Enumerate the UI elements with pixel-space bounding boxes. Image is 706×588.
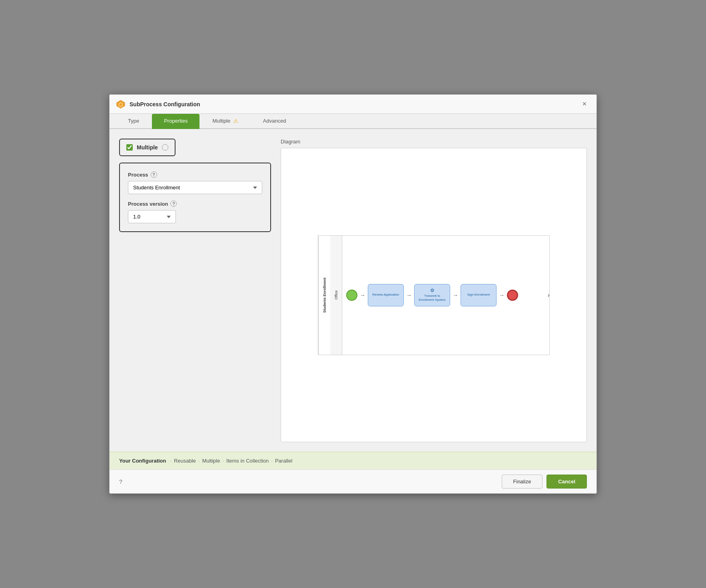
transmit-icon: ⚙ [430, 288, 435, 294]
version-field-group: Process version ? 1.0 2.0 [128, 201, 262, 223]
config-bar: Your Configuration · Reusable · Multiple… [110, 452, 596, 469]
process-select[interactable]: Students Enrollment Option 2 [128, 181, 262, 194]
config-item-multiple: Multiple [202, 458, 220, 464]
multiple-section: Multiple [119, 139, 176, 156]
process-flow: → Review Application → ⚙ [346, 284, 545, 306]
swim-lane-office: Office [330, 236, 342, 355]
close-button[interactable]: × [579, 99, 590, 110]
arrow-2: → [406, 292, 412, 298]
dialog-title: SubProcess Configuration [130, 101, 200, 107]
tab-advanced[interactable]: Advanced [251, 114, 298, 129]
title-bar: SubProcess Configuration × [110, 95, 596, 114]
multiple-help-icon[interactable] [162, 144, 168, 151]
end-event [507, 290, 518, 301]
tab-type[interactable]: Type [116, 114, 151, 129]
office-label: Office [334, 290, 338, 300]
diagram-right-arrow: › [548, 292, 550, 299]
diagram-inner: Students Enrollment Office [318, 235, 550, 355]
diagram-label: Diagram [281, 139, 587, 145]
main-content: Multiple Process ? Students Enrollment O… [110, 129, 596, 452]
sep-3: · [271, 458, 273, 464]
diagram-container: Students Enrollment Office [281, 148, 587, 442]
sep-1: · [198, 458, 200, 464]
arrow-3: → [453, 292, 458, 298]
config-item-reusable: Reusable [174, 458, 196, 464]
title-bar-left: SubProcess Configuration [116, 99, 200, 109]
task-sign-label: Sign Enrollment [467, 293, 490, 297]
version-help-icon[interactable]: ? [170, 201, 177, 207]
config-item-collection: Items in Collection [226, 458, 269, 464]
left-panel: Multiple Process ? Students Enrollment O… [119, 139, 271, 442]
process-help-icon[interactable]: ? [151, 171, 157, 178]
config-label: Your Configuration [119, 458, 166, 464]
start-event [346, 290, 357, 301]
process-section: Process ? Students Enrollment Option 2 P… [119, 163, 271, 232]
help-button[interactable]: ? [119, 479, 122, 485]
version-select[interactable]: 1.0 2.0 [128, 210, 176, 223]
multiple-label: Multiple [137, 144, 158, 151]
bottom-bar: ? Finalize Cancel [110, 469, 596, 493]
task-review-application[interactable]: Review Application [368, 284, 404, 306]
svg-point-2 [120, 103, 122, 106]
sep-0: · [170, 458, 172, 464]
diagram-wrapper: Students Enrollment Office [281, 148, 586, 442]
version-label: Process version ? [128, 201, 262, 207]
swim-lane-content: → Review Application → ⚙ [342, 236, 549, 355]
bottom-buttons: Finalize Cancel [502, 475, 587, 489]
cancel-button[interactable]: Cancel [546, 475, 587, 489]
finalize-button[interactable]: Finalize [502, 475, 543, 489]
process-field-group: Process ? Students Enrollment Option 2 [128, 171, 262, 194]
arrow-4: → [499, 292, 505, 298]
warning-icon: ⚠ [233, 118, 238, 124]
subprocess-configuration-dialog: SubProcess Configuration × Type Properti… [109, 94, 597, 494]
swim-lane-enrollment-label: Students Enrollment [318, 236, 330, 355]
app-icon [116, 99, 126, 109]
process-label: Process ? [128, 171, 262, 178]
right-panel: Diagram Students Enrollment Office [281, 139, 587, 442]
arrow-1: → [360, 292, 365, 298]
sep-2: · [222, 458, 224, 464]
config-item-parallel: Parallel [275, 458, 292, 464]
task-transmit[interactable]: ⚙ Transmit to Enrollment System [414, 284, 450, 306]
tab-bar: Type Properties Multiple ⚠ Advanced [110, 114, 596, 129]
swim-lane-container: Students Enrollment Office [318, 236, 549, 355]
tab-multiple[interactable]: Multiple ⚠ [200, 114, 250, 129]
task-sign[interactable]: Sign Enrollment [461, 284, 497, 306]
tab-properties[interactable]: Properties [152, 114, 199, 129]
task-transmit-label: Transmit to Enrollment System [418, 294, 447, 302]
task-review-label: Review Application [372, 293, 399, 297]
multiple-checkbox[interactable] [126, 144, 133, 151]
